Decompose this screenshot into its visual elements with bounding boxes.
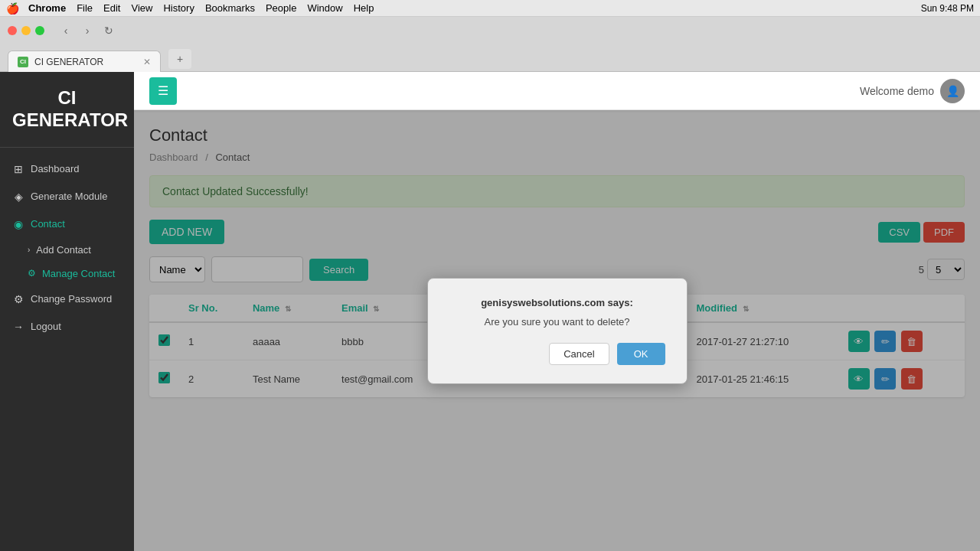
welcome-text: Welcome demo [860,85,934,97]
user-avatar[interactable]: 👤 [940,79,965,103]
reload-button[interactable]: ↻ [100,21,118,40]
contact-icon: ◉ [12,218,24,230]
back-button[interactable]: ‹ [57,21,75,40]
maximize-button[interactable] [35,26,44,35]
sidebar-item-change-password[interactable]: ⚙ Change Password [0,285,134,313]
password-icon: ⚙ [12,293,24,305]
close-button[interactable] [8,26,17,35]
menubar-help[interactable]: Help [354,2,374,14]
forward-button[interactable]: › [78,21,96,40]
dialog-cancel-button[interactable]: Cancel [549,343,609,365]
new-tab-button[interactable]: + [168,49,191,69]
menubar-view[interactable]: View [131,2,152,14]
sidebar-item-label-generate: Generate Module [31,191,107,202]
sidebar-nav: ⊞ Dashboard ◈ Generate Module ◉ Contact … [0,148,134,551]
sidebar-logo: CI GENERATOR [0,72,134,148]
browser-chrome: ‹ › ↻ CI CI GENERATOR ✕ + ‹ › ↻ genisysw… [0,17,980,72]
sidebar-item-dashboard[interactable]: ⊞ Dashboard [0,155,134,183]
menubar-window[interactable]: Window [307,2,342,14]
menubar-history[interactable]: History [163,2,194,14]
dialog-overlay: genisyswebsolutions.com says: Are you su… [134,110,980,551]
app-container: CI GENERATOR ⊞ Dashboard ◈ Generate Modu… [0,72,980,551]
dialog-buttons: Cancel OK [449,343,665,365]
apple-menu[interactable]: 🍎 [6,2,19,15]
generate-icon: ◈ [12,191,24,203]
sidebar-item-manage-contact[interactable]: ⚙ Manage Contact [0,262,134,285]
tab-title: CI GENERATOR [34,57,103,67]
browser-tab[interactable]: CI CI GENERATOR ✕ [8,51,161,72]
minimize-button[interactable] [21,26,31,35]
dialog-box: genisyswebsolutions.com says: Are you su… [427,278,688,384]
sub-arrow-add: › [28,246,30,254]
sidebar-sub-label-add-contact: Add Contact [36,244,91,256]
menubar-chrome[interactable]: Chrome [28,2,66,14]
logout-icon: → [12,321,24,333]
sidebar-item-label-logout: Logout [31,321,61,332]
sidebar-item-add-contact[interactable]: › Add Contact [0,238,134,262]
traffic-lights [8,26,44,35]
content-wrapper: Contact Dashboard / Contact Contact Upda… [134,110,980,551]
menubar-people[interactable]: People [266,2,296,14]
dialog-ok-button[interactable]: OK [617,343,665,365]
menubar-bookmarks[interactable]: Bookmarks [205,2,255,14]
top-bar: ☰ Welcome demo 👤 [134,72,980,110]
manage-contact-gear-icon: ⚙ [28,268,36,279]
sidebar-item-generate[interactable]: ◈ Generate Module [0,183,134,210]
sidebar-item-contact[interactable]: ◉ Contact [0,210,134,238]
sidebar-item-logout[interactable]: → Logout [0,313,134,341]
logo-text: CI GENERATOR [12,87,122,132]
menubar-edit[interactable]: Edit [103,2,120,14]
sidebar-item-label-dashboard: Dashboard [31,163,80,174]
hamburger-button[interactable]: ☰ [149,77,177,105]
menubar-time: Sun 9:48 PM [921,3,974,14]
menubar-file[interactable]: File [77,2,93,14]
main-content: ☰ Welcome demo 👤 Contact Dashboard / Con… [134,72,980,551]
sidebar: CI GENERATOR ⊞ Dashboard ◈ Generate Modu… [0,72,134,551]
sidebar-item-label-password: Change Password [31,293,112,305]
dialog-message: Are you sure you want to delete? [449,316,665,328]
tab-favicon: CI [18,57,28,67]
sidebar-item-label-contact: Contact [31,218,65,230]
dialog-title: genisyswebsolutions.com says: [449,297,665,308]
sidebar-sub-label-manage-contact: Manage Contact [42,268,115,279]
welcome-area: Welcome demo 👤 [860,79,965,103]
tab-close-button[interactable]: ✕ [143,57,151,67]
nav-buttons: ‹ › ↻ [57,21,118,40]
avatar-icon: 👤 [946,85,959,97]
hamburger-icon: ☰ [158,83,168,98]
browser-controls: ‹ › ↻ [0,17,980,44]
mac-menubar: 🍎 Chrome File Edit View History Bookmark… [0,0,980,17]
dashboard-icon: ⊞ [12,163,24,175]
menubar-right: Sun 9:48 PM [921,3,974,14]
